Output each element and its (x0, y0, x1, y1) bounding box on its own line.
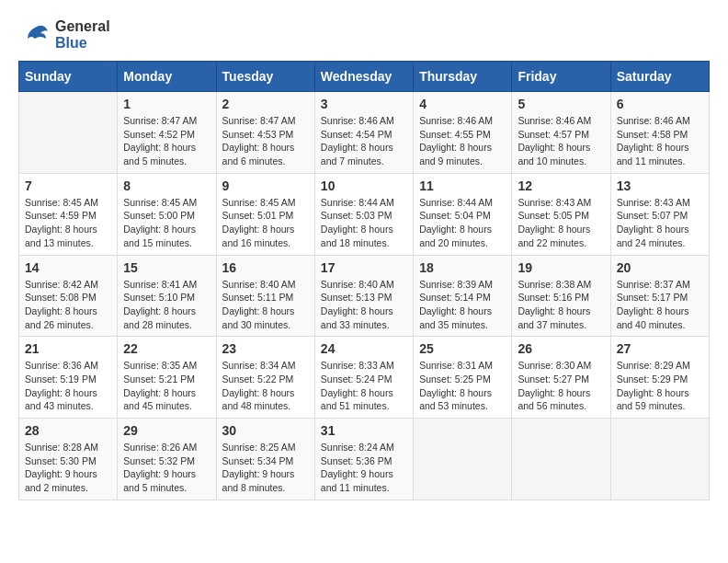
calendar-cell: 17Sunrise: 8:40 AMSunset: 5:13 PMDayligh… (314, 255, 413, 337)
day-number: 28 (25, 423, 111, 438)
day-number: 20 (617, 260, 703, 275)
weekday-header-friday: Friday (512, 62, 610, 92)
day-number: 4 (419, 97, 506, 111)
day-info: Sunrise: 8:44 AMSunset: 5:03 PMDaylight:… (321, 196, 407, 250)
day-info: Sunrise: 8:35 AMSunset: 5:21 PMDaylight:… (123, 359, 210, 413)
day-number: 17 (321, 260, 407, 275)
day-number: 15 (123, 260, 210, 275)
calendar-cell: 6Sunrise: 8:46 AMSunset: 4:58 PMDaylight… (610, 92, 709, 174)
calendar-cell: 5Sunrise: 8:46 AMSunset: 4:57 PMDaylight… (512, 92, 610, 174)
calendar-cell: 25Sunrise: 8:31 AMSunset: 5:25 PMDayligh… (414, 337, 512, 419)
calendar-cell: 23Sunrise: 8:34 AMSunset: 5:22 PMDayligh… (216, 337, 314, 419)
day-info: Sunrise: 8:44 AMSunset: 5:04 PMDaylight:… (419, 196, 506, 250)
day-number: 25 (419, 341, 506, 356)
day-info: Sunrise: 8:28 AMSunset: 5:30 PMDaylight:… (25, 441, 111, 495)
day-info: Sunrise: 8:46 AMSunset: 4:57 PMDaylight:… (518, 114, 604, 168)
day-info: Sunrise: 8:26 AMSunset: 5:32 PMDaylight:… (123, 441, 210, 495)
day-info: Sunrise: 8:45 AMSunset: 5:01 PMDaylight:… (222, 196, 309, 250)
day-number: 12 (518, 178, 604, 193)
logo-text-general: General (55, 18, 110, 34)
week-row-3: 14Sunrise: 8:42 AMSunset: 5:08 PMDayligh… (19, 255, 710, 337)
day-number: 24 (321, 341, 407, 356)
day-info: Sunrise: 8:46 AMSunset: 4:55 PMDaylight:… (419, 114, 506, 168)
week-row-1: 1Sunrise: 8:47 AMSunset: 4:52 PMDaylight… (19, 92, 710, 174)
calendar-cell: 3Sunrise: 8:46 AMSunset: 4:54 PMDaylight… (314, 92, 413, 174)
day-number: 16 (222, 260, 309, 275)
day-info: Sunrise: 8:40 AMSunset: 5:13 PMDaylight:… (321, 278, 407, 332)
day-number: 23 (222, 341, 309, 356)
calendar-cell: 8Sunrise: 8:45 AMSunset: 5:00 PMDaylight… (118, 173, 216, 255)
calendar-cell: 29Sunrise: 8:26 AMSunset: 5:32 PMDayligh… (118, 419, 216, 500)
calendar-cell: 27Sunrise: 8:29 AMSunset: 5:29 PMDayligh… (610, 337, 709, 419)
weekday-header-monday: Monday (118, 62, 216, 92)
calendar-cell: 11Sunrise: 8:44 AMSunset: 5:04 PMDayligh… (414, 173, 512, 255)
day-info: Sunrise: 8:33 AMSunset: 5:24 PMDaylight:… (321, 359, 407, 413)
calendar-cell: 7Sunrise: 8:45 AMSunset: 4:59 PMDaylight… (19, 173, 118, 255)
day-number: 8 (123, 178, 210, 193)
day-info: Sunrise: 8:29 AMSunset: 5:29 PMDaylight:… (617, 359, 703, 413)
day-info: Sunrise: 8:46 AMSunset: 4:58 PMDaylight:… (617, 114, 703, 168)
day-number: 2 (222, 97, 309, 111)
calendar-table: SundayMondayTuesdayWednesdayThursdayFrid… (18, 61, 710, 500)
day-number: 22 (123, 341, 210, 356)
day-number: 1 (123, 97, 210, 111)
day-number: 27 (617, 341, 703, 356)
calendar-cell (19, 92, 118, 174)
logo-bird-icon (18, 18, 51, 52)
day-number: 7 (25, 178, 111, 193)
day-number: 29 (123, 423, 210, 438)
calendar-cell: 24Sunrise: 8:33 AMSunset: 5:24 PMDayligh… (314, 337, 413, 419)
calendar-cell: 22Sunrise: 8:35 AMSunset: 5:21 PMDayligh… (118, 337, 216, 419)
day-info: Sunrise: 8:30 AMSunset: 5:27 PMDaylight:… (518, 359, 604, 413)
calendar-cell (610, 419, 709, 500)
logo-text-blue: Blue (55, 35, 87, 51)
day-number: 14 (25, 260, 111, 275)
day-number: 21 (25, 341, 111, 356)
calendar-cell: 16Sunrise: 8:40 AMSunset: 5:11 PMDayligh… (216, 255, 314, 337)
week-row-2: 7Sunrise: 8:45 AMSunset: 4:59 PMDaylight… (19, 173, 710, 255)
weekday-header-row: SundayMondayTuesdayWednesdayThursdayFrid… (19, 62, 710, 92)
day-info: Sunrise: 8:43 AMSunset: 5:07 PMDaylight:… (617, 196, 703, 250)
day-info: Sunrise: 8:34 AMSunset: 5:22 PMDaylight:… (222, 359, 309, 413)
calendar-cell: 15Sunrise: 8:41 AMSunset: 5:10 PMDayligh… (118, 255, 216, 337)
day-number: 18 (419, 260, 506, 275)
calendar-cell: 13Sunrise: 8:43 AMSunset: 5:07 PMDayligh… (610, 173, 709, 255)
week-row-5: 28Sunrise: 8:28 AMSunset: 5:30 PMDayligh… (19, 419, 710, 500)
day-info: Sunrise: 8:24 AMSunset: 5:36 PMDaylight:… (321, 441, 407, 495)
day-number: 10 (321, 178, 407, 193)
calendar-cell: 20Sunrise: 8:37 AMSunset: 5:17 PMDayligh… (610, 255, 709, 337)
weekday-header-tuesday: Tuesday (216, 62, 314, 92)
logo: General Blue (18, 18, 110, 52)
day-info: Sunrise: 8:37 AMSunset: 5:17 PMDaylight:… (617, 278, 703, 332)
calendar-cell: 18Sunrise: 8:39 AMSunset: 5:14 PMDayligh… (414, 255, 512, 337)
day-info: Sunrise: 8:40 AMSunset: 5:11 PMDaylight:… (222, 278, 309, 332)
day-number: 13 (617, 178, 703, 193)
calendar-cell: 10Sunrise: 8:44 AMSunset: 5:03 PMDayligh… (314, 173, 413, 255)
day-info: Sunrise: 8:43 AMSunset: 5:05 PMDaylight:… (518, 196, 604, 250)
day-number: 19 (518, 260, 604, 275)
week-row-4: 21Sunrise: 8:36 AMSunset: 5:19 PMDayligh… (19, 337, 710, 419)
weekday-header-thursday: Thursday (414, 62, 512, 92)
weekday-header-saturday: Saturday (610, 62, 709, 92)
day-info: Sunrise: 8:47 AMSunset: 4:52 PMDaylight:… (123, 114, 210, 168)
day-number: 31 (321, 423, 407, 438)
calendar-cell: 28Sunrise: 8:28 AMSunset: 5:30 PMDayligh… (19, 419, 118, 500)
day-info: Sunrise: 8:47 AMSunset: 4:53 PMDaylight:… (222, 114, 309, 168)
weekday-header-wednesday: Wednesday (314, 62, 413, 92)
day-info: Sunrise: 8:31 AMSunset: 5:25 PMDaylight:… (419, 359, 506, 413)
day-info: Sunrise: 8:45 AMSunset: 4:59 PMDaylight:… (25, 196, 111, 250)
day-number: 11 (419, 178, 506, 193)
page-header: General Blue (18, 18, 710, 52)
calendar-cell: 14Sunrise: 8:42 AMSunset: 5:08 PMDayligh… (19, 255, 118, 337)
calendar-cell: 30Sunrise: 8:25 AMSunset: 5:34 PMDayligh… (216, 419, 314, 500)
day-number: 30 (222, 423, 309, 438)
day-info: Sunrise: 8:45 AMSunset: 5:00 PMDaylight:… (123, 196, 210, 250)
calendar-cell: 19Sunrise: 8:38 AMSunset: 5:16 PMDayligh… (512, 255, 610, 337)
day-number: 26 (518, 341, 604, 356)
calendar-cell: 31Sunrise: 8:24 AMSunset: 5:36 PMDayligh… (314, 419, 413, 500)
day-number: 3 (321, 97, 407, 111)
day-number: 9 (222, 178, 309, 193)
day-number: 6 (617, 97, 703, 111)
calendar-cell (414, 419, 512, 500)
day-info: Sunrise: 8:46 AMSunset: 4:54 PMDaylight:… (321, 114, 407, 168)
